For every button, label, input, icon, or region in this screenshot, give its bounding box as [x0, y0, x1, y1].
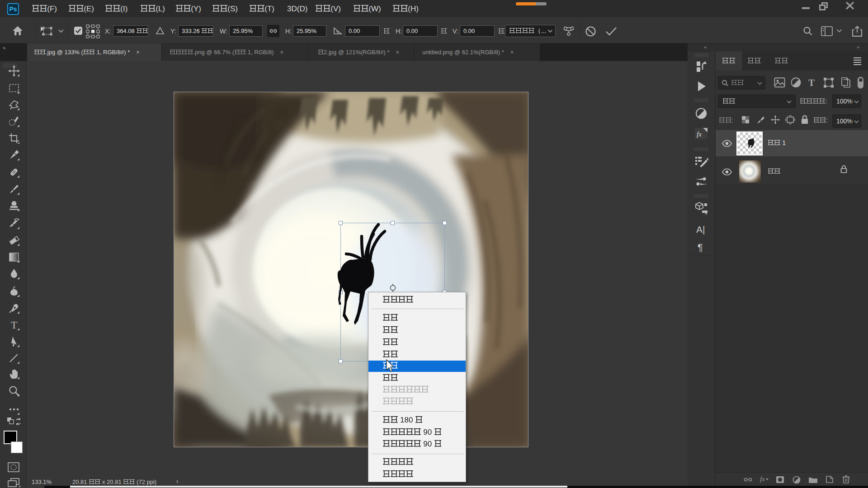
svg-text:fx: fx	[697, 131, 702, 138]
svg-text:T: T	[11, 319, 18, 331]
